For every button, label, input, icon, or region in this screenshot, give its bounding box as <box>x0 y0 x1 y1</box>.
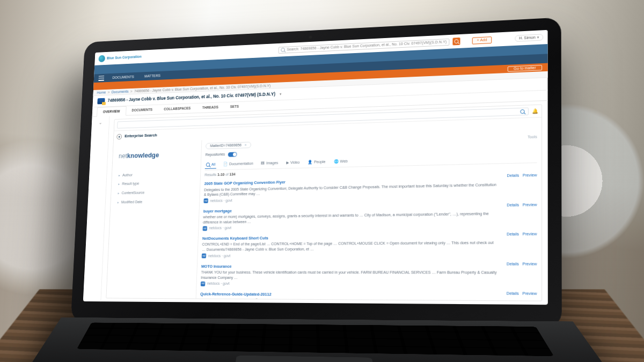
source-badge-icon: nd <box>203 198 208 203</box>
notifications-icon[interactable]: 🔔 <box>532 108 538 115</box>
type-tab-video[interactable]: ▶Video <box>285 159 301 166</box>
result-snippet: THANK YOU for your business. These vehic… <box>201 269 497 280</box>
crumb-documents[interactable]: Documents <box>112 88 129 94</box>
facet-result-type[interactable]: ▸Result type <box>117 178 194 189</box>
triangle-icon: ▸ <box>119 173 120 177</box>
tools-link[interactable]: Tools <box>528 134 537 139</box>
triangle-icon: ▸ <box>118 191 119 195</box>
image-icon: 🖼 <box>261 160 265 166</box>
add-button[interactable]: + Add <box>472 36 492 44</box>
result-details-link[interactable]: Details <box>507 231 519 237</box>
repositories-toggle[interactable] <box>228 152 237 157</box>
org-name: Blue Sun Corporation <box>107 54 142 61</box>
search-result: DetailsPreviewbuyer mortgagewhether one … <box>202 202 537 234</box>
user-menu[interactable]: H. Simon ▾ <box>515 34 543 42</box>
web-icon: 🌐 <box>334 159 339 164</box>
result-preview-link[interactable]: Preview <box>523 202 537 208</box>
result-details-link[interactable]: Details <box>507 261 519 266</box>
org-logo-icon <box>98 55 105 62</box>
nav-tab-documents[interactable]: DOCUMENTS <box>112 74 134 80</box>
facet-modified-date[interactable]: ▸Modified Date <box>116 196 194 206</box>
search-two-col: netknowledge ▸Author ▸Result type ▸Conte… <box>106 130 541 300</box>
result-source: netdocs · govt <box>208 253 231 258</box>
search-icon <box>454 39 458 43</box>
results-list: DetailsPreview2005 State GOP Organizing … <box>200 172 537 300</box>
globe-icon: ✦ <box>116 134 122 139</box>
result-title[interactable]: MOTO Insurance <box>201 263 497 269</box>
type-tab-all[interactable]: All <box>205 160 217 168</box>
primary-nav-tabs: DOCUMENTS MATTERS <box>112 73 160 80</box>
results-area: MatterID=74869856 × Tools Repositories <box>196 130 542 300</box>
hamburger-menu-icon[interactable] <box>98 75 104 80</box>
collapse-toggle-icon[interactable]: ⌄ <box>98 120 102 126</box>
tab-sets[interactable]: SETS <box>224 101 245 112</box>
laptop-keyboard <box>21 317 624 362</box>
source-badge-icon: nd <box>201 281 206 286</box>
result-source: netdocs · govt <box>209 225 231 231</box>
nav-tab-matters[interactable]: MATTERS <box>144 73 160 78</box>
left-gutter: ⌄ <box>83 116 110 301</box>
matter-folder-icon <box>97 98 105 104</box>
tab-collabspaces[interactable]: COLLABSPACES <box>158 104 196 114</box>
app-root: Blue Sun Corporation Search: 74869856 - … <box>83 29 548 304</box>
add-button-label: + Add <box>477 37 487 43</box>
search-result: DetailsPreviewNetDocuments Keyboard Shor… <box>201 231 537 261</box>
result-details-link[interactable]: Details <box>507 202 519 208</box>
result-snippet: CONTROL+END = End of the page/List … CON… <box>202 240 497 253</box>
content-body: ⌄ 🔔 ✦ Enterprise Search <box>83 101 548 305</box>
org-logo[interactable]: Blue Sun Corporation <box>98 53 142 62</box>
chevron-down-icon: ▾ <box>537 34 539 40</box>
result-preview-link[interactable]: Preview <box>522 231 537 237</box>
search-icon <box>206 162 210 166</box>
source-badge-icon: nd <box>202 253 207 258</box>
facet-content-source[interactable]: ▸ContentSource <box>116 187 194 198</box>
result-details-link[interactable]: Details <box>507 291 519 296</box>
search-icon <box>520 109 524 113</box>
type-tab-images[interactable]: 🖼Images <box>260 159 280 166</box>
laptop-screen: Blue Sun Corporation Search: 74869856 - … <box>83 29 548 304</box>
result-source: netdocs · govt <box>207 281 230 286</box>
enterprise-search-label: Enterprise Search <box>125 132 157 139</box>
triangle-icon: ▸ <box>118 182 120 186</box>
crumb-home[interactable]: Home <box>97 90 106 95</box>
triangle-icon: ▸ <box>118 200 119 204</box>
repositories-label: Repositories <box>206 152 225 157</box>
result-preview-link[interactable]: Preview <box>522 261 537 266</box>
result-preview-link[interactable]: Preview <box>522 291 537 296</box>
search-result: DetailsPreviewMOTO InsuranceTHANK YOU fo… <box>201 261 537 291</box>
people-icon: 👤 <box>308 159 312 165</box>
go-to-matter-button[interactable]: Go to matter <box>508 64 542 71</box>
search-icon <box>281 47 285 51</box>
type-tab-web[interactable]: 🌐Web <box>333 157 349 165</box>
result-meta: ndnetdocs · govt <box>202 252 497 258</box>
document-icon: 📄 <box>223 161 228 167</box>
tab-overview[interactable]: OVERVIEW <box>97 106 126 116</box>
result-preview-link[interactable]: Preview <box>523 172 537 178</box>
result-meta: ndnetdocs · govt <box>201 281 497 287</box>
tab-documents[interactable]: DOCUMENTS <box>126 105 158 115</box>
go-to-matter-label: Go to matter <box>514 65 536 71</box>
search-panel: 🔔 ✦ Enterprise Search netknowledge <box>106 104 542 301</box>
type-tab-documentation[interactable]: 📄Documentation <box>222 160 254 168</box>
close-icon[interactable]: × <box>244 142 246 147</box>
user-name: H. Simon <box>519 35 536 41</box>
laptop: Blue Sun Corporation Search: 74869856 - … <box>71 17 562 328</box>
source-badge-icon: nd <box>203 226 208 231</box>
search-go-button[interactable] <box>452 37 460 45</box>
result-source: netdocs · govt <box>210 198 232 203</box>
facets-sidebar: netknowledge ▸Author ▸Result type ▸Conte… <box>106 140 202 298</box>
query-chip[interactable]: MatterID=74869856 × <box>206 142 251 149</box>
netknowledge-logo: netknowledge <box>119 150 195 160</box>
laptop-bezel: Blue Sun Corporation Search: 74869856 - … <box>71 17 562 328</box>
result-details-link[interactable]: Details <box>507 173 519 179</box>
query-chip-text: MatterID=74869856 <box>210 143 241 149</box>
search-result: DetailsPreview2005 State GOP Organizing … <box>203 172 537 206</box>
chevron-down-icon[interactable]: ▾ <box>280 91 282 97</box>
video-icon: ▶ <box>286 160 289 165</box>
search-result: DetailsPreviewQuick-Reference-Guide-Upda… <box>200 289 537 300</box>
tab-threads[interactable]: THREADS <box>196 102 224 113</box>
type-tab-people[interactable]: 👤People <box>306 158 326 165</box>
